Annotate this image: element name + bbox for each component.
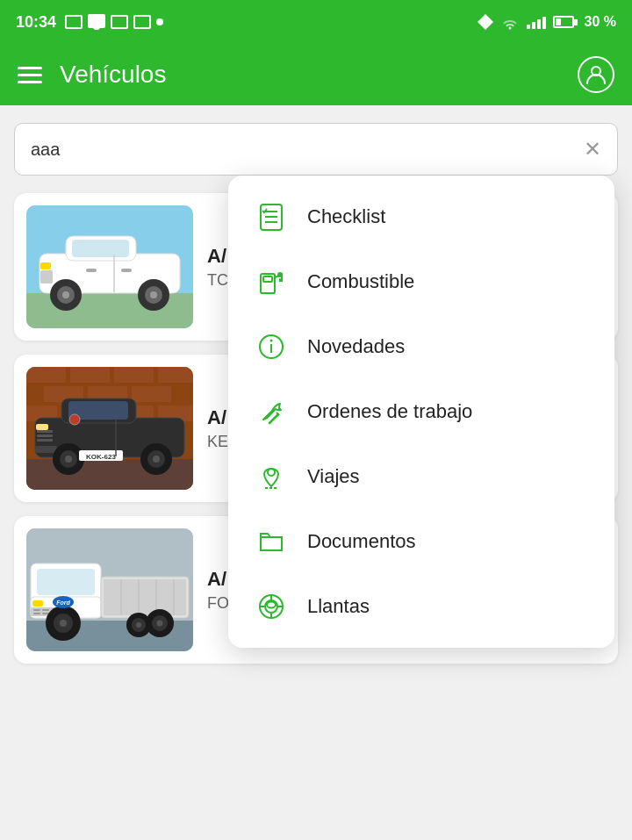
menu-label-combustible: Combustible [307,270,414,293]
svg-rect-82 [263,276,272,282]
svg-rect-65 [32,600,43,607]
status-bar: 10:34 [0,0,632,44]
menu-label-viajes: Viajes [307,465,360,488]
user-icon [585,63,607,86]
svg-rect-14 [40,270,53,284]
svg-point-41 [65,456,72,463]
search-container: ✕ [14,123,618,176]
svg-rect-20 [70,367,110,383]
svg-rect-61 [33,609,40,611]
svg-rect-17 [86,269,97,272]
svg-rect-64 [42,613,49,614]
sim1-icon [65,15,83,29]
svg-rect-34 [35,446,57,453]
status-right: 30 % [478,14,616,30]
svg-point-68 [60,620,67,627]
folder-icon [255,525,288,558]
car1-svg [26,205,193,328]
menu-item-documentos[interactable]: Documentos [228,509,614,574]
menu-item-checklist[interactable]: Checklist [228,184,614,249]
menu-button[interactable] [18,67,42,83]
svg-point-44 [153,456,160,463]
svg-point-9 [62,291,69,298]
fuel-icon [255,265,288,298]
sim2-icon [111,15,128,29]
svg-rect-6 [72,240,129,257]
trip-icon [255,460,288,493]
context-menu: Checklist Combustible [228,176,614,648]
menu-label-documentos: Documentos [307,530,416,553]
svg-line-88 [269,414,278,423]
status-icons [65,14,163,30]
svg-rect-13 [40,262,51,269]
svg-text:Ford: Ford [56,599,70,606]
chat-icon [88,14,105,30]
menu-item-combustible[interactable]: Combustible [228,249,614,314]
svg-rect-36 [37,434,53,437]
search-input[interactable] [31,140,584,160]
svg-rect-19 [26,367,66,383]
svg-marker-0 [478,14,493,30]
checklist-icon [255,200,288,233]
vehicle-image-3: Ford [26,528,193,651]
status-time: 10:34 [16,13,56,32]
svg-rect-63 [33,613,40,614]
svg-rect-22 [158,367,193,383]
svg-text:KOK-623: KOK-623 [86,453,116,461]
menu-item-novedades[interactable]: Novedades [228,314,614,379]
page-title: Vehículos [60,61,166,89]
svg-point-71 [157,621,163,627]
svg-rect-38 [36,424,48,430]
svg-point-12 [150,291,157,298]
main-content: ✕ [0,105,632,695]
svg-rect-62 [42,609,49,611]
svg-rect-52 [37,569,95,595]
tools-icon [255,395,288,428]
location-icon [478,14,493,30]
menu-label-novedades: Novedades [307,335,405,358]
vehicle-image-2: KOK-623 [26,367,193,490]
menu-label-ordenes: Ordenes de trabajo [307,400,472,423]
battery-icon [553,16,578,28]
svg-point-47 [69,414,80,425]
app-bar: Vehículos [0,44,632,105]
svg-rect-16 [121,269,132,272]
menu-item-llantas[interactable]: Llantas [228,574,614,639]
signal-icon [527,15,546,29]
svg-point-87 [270,340,273,342]
tire-icon [255,590,288,623]
menu-item-viajes[interactable]: Viajes [228,444,614,509]
profile-button[interactable] [578,56,614,93]
notif-dot [156,18,163,25]
vehicle-image-1 [26,205,193,328]
menu-item-ordenes[interactable]: Ordenes de trabajo [228,379,614,444]
svg-rect-25 [132,386,171,402]
wifi-icon [500,14,520,30]
search-clear-button[interactable]: ✕ [584,137,601,162]
car3-svg: Ford [26,528,193,651]
battery-text: 30 % [585,14,616,30]
menu-label-llantas: Llantas [307,595,370,618]
sim3-icon [133,15,151,29]
svg-point-98 [267,602,276,608]
info-icon [255,330,288,363]
svg-point-74 [136,622,141,628]
menu-label-checklist: Checklist [307,205,385,228]
svg-rect-37 [37,439,53,442]
car2-svg: KOK-623 [26,367,193,490]
svg-rect-35 [37,430,53,433]
svg-rect-21 [114,367,154,383]
